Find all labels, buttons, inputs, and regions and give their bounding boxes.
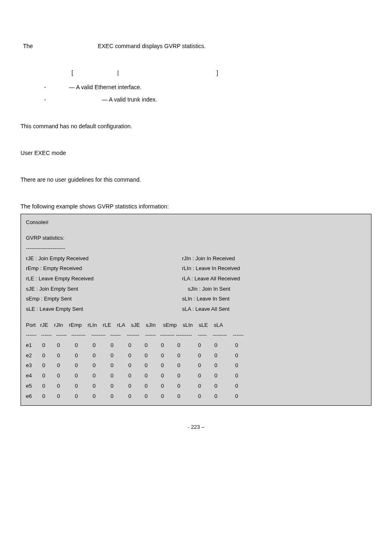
legend-left: sEmp : Empty Sent — [26, 294, 182, 304]
bullet-2: ▪ — A valid trunk index. — [41, 95, 371, 105]
console-title: GVRP statistics: — [26, 233, 366, 243]
table-sep: ------ ------ ------ -------- -------- -… — [26, 330, 366, 340]
example-intro: The following example shows GVRP statist… — [21, 201, 371, 212]
syntax-line: [ | ] — [41, 68, 371, 78]
legend-left: rLE : Leave Empty Received — [26, 274, 182, 284]
syntax-sep: | — [118, 69, 119, 76]
console-prompt: Console# — [26, 217, 366, 228]
bullet-2-text: — A valid trunk index. — [102, 96, 157, 103]
legend-row: rJE : Join Empty Received rJIn : Join In… — [26, 254, 366, 264]
legend-row: rEmp : Empty Received rLIn : Leave In Re… — [26, 264, 366, 274]
legend-right: rJIn : Join In Received — [182, 254, 235, 264]
console-output: Console# GVRP statistics: --------------… — [21, 214, 371, 406]
legend-row: sLE : Leave Empty Sent sLA : Leave All S… — [26, 304, 366, 314]
syntax-rbracket: ] — [217, 69, 218, 76]
default-config: This command has no default configuratio… — [21, 121, 371, 132]
intro-post: EXEC command displays GVRP statistics. — [98, 43, 206, 49]
console-title-sep: ---------------------- — [26, 243, 366, 254]
legend-right: sLIn : Leave In Sent — [182, 294, 230, 304]
table-row: e1 0 0 0 0 0 0 0 0 0 0 0 0 — [26, 340, 366, 351]
legend-row: sEmp : Empty Sent sLIn : Leave In Sent — [26, 294, 366, 304]
table-row: e2 0 0 0 0 0 0 0 0 0 0 0 0 — [26, 351, 366, 361]
legend-row: sJE : Join Empty Sent sJIn : Join In Sen… — [26, 284, 366, 294]
legend-right: sJIn : Join In Sent — [182, 284, 230, 294]
legend-right: rLIn : Leave In Received — [182, 264, 240, 274]
legend-right: sLA : Leave All Sent — [182, 304, 230, 314]
intro-pre: The — [23, 43, 35, 49]
command-mode: User EXEC mode — [21, 148, 371, 158]
legend-left: sLE : Leave Empty Sent — [26, 304, 182, 314]
legend-row: rLE : Leave Empty Received rLA : Leave A… — [26, 274, 366, 284]
table-row: e5 0 0 0 0 0 0 0 0 0 0 0 0 — [26, 381, 366, 391]
bullet-1: ▪ — A valid Ethernet interface. — [41, 82, 371, 92]
syntax-lbracket: [ — [71, 69, 73, 76]
table-row: e4 0 0 0 0 0 0 0 0 0 0 0 0 — [26, 371, 366, 381]
table-row: e6 0 0 0 0 0 0 0 0 0 0 0 0 — [26, 391, 366, 402]
legend-left: rJE : Join Empty Received — [26, 254, 182, 264]
bullet-1-text: — A valid Ethernet interface. — [69, 84, 142, 90]
table-row: e3 0 0 0 0 0 0 0 0 0 0 0 0 — [26, 361, 366, 371]
bullet-icon: ▪ — [41, 97, 49, 103]
intro-paragraph: The EXEC command displays GVRP statistic… — [23, 41, 371, 51]
page-footer: - 223 – — [21, 422, 371, 432]
bullet-icon: ▪ — [41, 85, 49, 90]
legend-left: rEmp : Empty Received — [26, 264, 182, 274]
table-header: Port rJE rJIn rEmp rLIn rLE rLA sJE sJIn… — [26, 320, 366, 331]
legend-right: rLA : Leave All Received — [182, 274, 240, 284]
syntax-block: [ | ] ▪ — A valid Ethernet interface. ▪ … — [41, 68, 371, 105]
guidelines: There are no user guidelines for this co… — [21, 175, 371, 185]
legend-left: sJE : Join Empty Sent — [26, 284, 182, 294]
